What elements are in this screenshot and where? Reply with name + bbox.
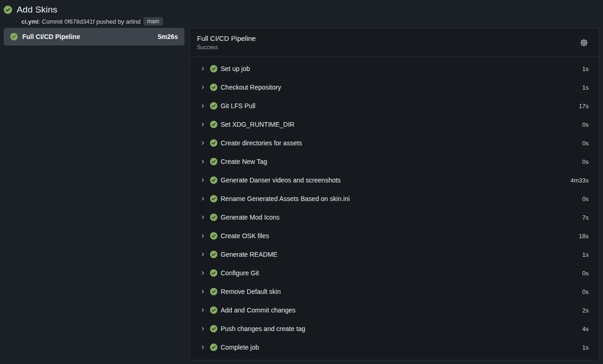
step-duration: 18s (579, 233, 589, 240)
step-duration: 0s (582, 195, 589, 202)
step-duration: 1s (582, 251, 589, 258)
step-duration: 1s (582, 344, 589, 351)
step-name: Create OSK files (221, 232, 269, 240)
check-circle-icon (210, 288, 217, 295)
chevron-right-icon (200, 66, 205, 72)
actions-run-page: Add Skins ci.yml: Commit 0f678d341f push… (4, 4, 599, 360)
step-duration: 0s (582, 121, 589, 128)
step-row[interactable]: Push changes and create tag 4s (190, 319, 599, 338)
step-name: Generate README (221, 251, 277, 258)
chevron-right-icon (200, 196, 205, 202)
step-row[interactable]: Add and Commit changes 2s (190, 301, 599, 319)
gear-icon[interactable] (578, 37, 590, 48)
step-row[interactable]: Create OSK files 18s (190, 227, 599, 245)
chevron-right-icon (200, 140, 205, 146)
check-circle-icon (210, 325, 217, 332)
check-circle-icon (4, 6, 12, 14)
step-duration: 4m33s (570, 177, 589, 184)
step-name: Generate Danser videos and screenshots (221, 176, 341, 184)
step-row[interactable]: Configure Git 0s (190, 264, 599, 282)
job-duration: 5m26s (157, 33, 178, 40)
step-name: Rename Generated Assets Based on skin.in… (221, 195, 350, 202)
job-detail-panel: Full CI/CD Pipeline Success (190, 28, 599, 360)
step-name: Add and Commit changes (221, 306, 295, 314)
chevron-right-icon (200, 84, 205, 90)
step-row[interactable]: Generate Danser videos and screenshots 4… (190, 171, 599, 189)
step-duration: 1s (582, 65, 589, 72)
check-circle-icon (210, 195, 217, 202)
job-name: Full CI/CD Pipeline (22, 33, 80, 40)
check-circle-icon (210, 344, 217, 351)
chevron-right-icon (200, 233, 205, 239)
step-duration: 1s (582, 84, 589, 91)
step-name: Remove Default skin (221, 288, 281, 295)
step-name: Set up job (221, 65, 250, 72)
step-duration: 0s (582, 140, 589, 147)
run-meta: ci.yml: Commit 0f678d341f pushed by arli… (21, 17, 599, 26)
step-row[interactable]: Set XDG_RUNTIME_DIR 0s (190, 115, 599, 134)
chevron-right-icon (200, 214, 205, 220)
run-title-row: Add Skins (4, 4, 599, 16)
step-row[interactable]: Generate README 1s (190, 245, 599, 264)
step-name: Set XDG_RUNTIME_DIR (221, 121, 295, 128)
step-row[interactable]: Generate Mod Icons 7s (190, 208, 599, 227)
chevron-right-icon (200, 122, 205, 127)
step-row[interactable]: Checkout Repository 1s (190, 78, 599, 97)
chevron-right-icon (200, 159, 205, 164)
chevron-right-icon (200, 307, 205, 313)
check-circle-icon (210, 232, 217, 240)
step-duration: 4s (582, 325, 589, 332)
step-row[interactable]: Rename Generated Assets Based on skin.in… (190, 189, 599, 208)
step-row[interactable]: Git LFS Pull 17s (190, 97, 599, 115)
step-name: Checkout Repository (221, 84, 281, 91)
chevron-right-icon (200, 344, 205, 350)
panel-title: Full CI/CD Pipeline (197, 34, 256, 43)
step-row[interactable]: Complete job 1s (190, 338, 599, 357)
step-row[interactable]: Create directories for assets 0s (190, 134, 599, 152)
chevron-right-icon (200, 289, 205, 294)
check-circle-icon (210, 251, 217, 258)
check-circle-icon (210, 139, 217, 147)
step-row[interactable]: Create New Tag 0s (190, 152, 599, 171)
check-circle-icon (210, 102, 217, 110)
step-duration: 17s (579, 103, 589, 110)
chevron-right-icon (200, 252, 205, 257)
step-duration: 0s (582, 270, 589, 277)
step-name: Push changes and create tag (221, 325, 305, 332)
branch-badge[interactable]: main (144, 17, 163, 26)
check-circle-icon (210, 269, 217, 277)
step-name: Generate Mod Icons (221, 214, 280, 221)
run-content: Full CI/CD Pipeline 5m26s Full CI/CD Pip… (4, 28, 599, 360)
chevron-right-icon (200, 177, 205, 183)
step-row[interactable]: Remove Default skin 0s (190, 282, 599, 301)
run-header: Add Skins ci.yml: Commit 0f678d341f push… (4, 4, 599, 24)
step-name: Complete job (221, 344, 259, 351)
chevron-right-icon (200, 103, 205, 109)
chevron-right-icon (200, 326, 205, 332)
step-name: Create New Tag (221, 158, 267, 165)
panel-header: Full CI/CD Pipeline Success (190, 28, 599, 57)
step-list: Set up job 1s Checkout Repository 1s G (190, 57, 599, 360)
step-name: Configure Git (221, 269, 259, 277)
step-duration: 2s (582, 307, 589, 314)
check-circle-icon (210, 65, 217, 72)
run-title: Add Skins (17, 5, 57, 15)
step-duration: 7s (582, 214, 589, 221)
check-circle-icon (10, 33, 18, 40)
step-duration: 0s (582, 158, 589, 165)
check-circle-icon (210, 176, 217, 184)
step-row[interactable]: Set up job 1s (190, 59, 599, 78)
step-name: Git LFS Pull (221, 102, 256, 110)
job-item-full-pipeline[interactable]: Full CI/CD Pipeline 5m26s (4, 28, 184, 46)
check-circle-icon (210, 158, 217, 165)
check-circle-icon (210, 214, 217, 221)
job-sidebar: Full CI/CD Pipeline 5m26s (4, 28, 184, 46)
step-duration: 0s (582, 288, 589, 295)
workflow-file-label: ci.yml: Commit 0f678d341f pushed by arli… (21, 18, 141, 25)
panel-header-text: Full CI/CD Pipeline Success (197, 34, 256, 51)
step-name: Create directories for assets (221, 139, 302, 147)
check-circle-icon (210, 121, 217, 128)
panel-status-label: Success (197, 44, 256, 51)
chevron-right-icon (200, 270, 205, 276)
check-circle-icon (210, 84, 217, 91)
